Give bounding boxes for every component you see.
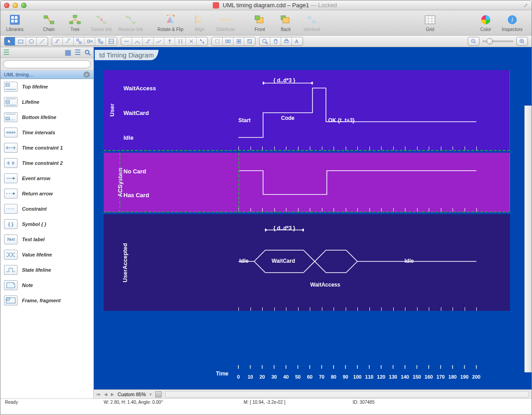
connector-tools-group: [52, 37, 117, 46]
front-button[interactable]: Front: [250, 13, 270, 32]
diagram-canvas[interactable]: td Timing Diagram User WaitAccess WaitCa…: [94, 47, 532, 389]
svg-marker-16: [170, 17, 174, 23]
fullscreen-icon[interactable]: ⤢: [523, 2, 528, 9]
close-window-button[interactable]: [4, 3, 9, 8]
magnifier-icon: [262, 38, 268, 44]
zoom-slider[interactable]: [482, 40, 514, 42]
distribute-button[interactable]: Distribute: [216, 13, 236, 32]
svg-line-72: [523, 42, 524, 44]
scroll-thumb-h[interactable]: [155, 391, 162, 397]
svg-point-41: [91, 40, 92, 42]
zoom-window-button[interactable]: [21, 3, 26, 8]
shape-bottom-lifeline[interactable]: Bottom lifeline: [0, 110, 93, 125]
back-button[interactable]: Back: [276, 13, 296, 32]
shape-lifeline[interactable]: Lifeline: [0, 94, 93, 110]
page-nav-first[interactable]: ⏮: [97, 392, 101, 397]
scroll-track-h[interactable]: [165, 391, 529, 397]
tree-button[interactable]: Tree: [65, 13, 85, 32]
connector-3[interactable]: [74, 37, 84, 45]
pointer-tool[interactable]: [4, 37, 15, 45]
shape-list: Top lifeline Lifeline Bottom lifeline Ti…: [0, 79, 93, 398]
svg-rect-6: [50, 21, 54, 24]
snap-1[interactable]: [212, 37, 223, 45]
zoom-tool[interactable]: [259, 37, 270, 45]
shape-top-lifeline[interactable]: Top lifeline: [0, 79, 93, 94]
arrow-2[interactable]: [132, 37, 143, 45]
shape-state-lifeline[interactable]: State lifeline: [0, 262, 93, 278]
rotate-flip-button[interactable]: Rotate & Flip: [158, 13, 184, 32]
libraries-button[interactable]: Libraries: [5, 13, 25, 32]
arrow-7[interactable]: [186, 37, 197, 45]
lifeline-user[interactable]: User WaitAccess WaitCard Idle { d..d*3 }…: [104, 70, 510, 151]
zoom-dropdown-icon[interactable]: ▾: [149, 392, 152, 397]
search-input[interactable]: [3, 60, 91, 68]
search-toggle-icon[interactable]: [84, 49, 91, 56]
view-tools-group: A: [259, 37, 303, 46]
shape-event-arrow[interactable]: Event arrow: [0, 171, 93, 186]
print-tool[interactable]: [281, 37, 292, 45]
snap-3[interactable]: [233, 37, 244, 45]
align-button[interactable]: Align: [190, 13, 210, 32]
chain-button[interactable]: Chain: [39, 13, 59, 32]
arrow-8[interactable]: [197, 37, 207, 45]
arrow-3[interactable]: [143, 37, 154, 45]
page-nav-next[interactable]: ▶: [111, 392, 114, 397]
line-tool[interactable]: [37, 37, 48, 45]
connector-2[interactable]: [63, 37, 74, 45]
svg-rect-25: [255, 16, 259, 20]
grid-view-icon[interactable]: ▦: [65, 49, 71, 56]
shape-time-intervals[interactable]: Time intervals: [0, 125, 93, 140]
library-title-bar[interactable]: UML timing… ×: [0, 71, 93, 79]
connector-5[interactable]: [95, 37, 106, 45]
rect-icon: [18, 38, 24, 44]
page-nav-prev[interactable]: ◀: [104, 392, 107, 397]
grid-button[interactable]: Grid: [420, 13, 440, 32]
zoom-in-icon: [519, 38, 525, 44]
rect-tool[interactable]: [15, 37, 26, 45]
shape-text-label[interactable]: TextText label: [0, 232, 93, 247]
spell-tool[interactable]: A: [292, 37, 303, 45]
lifeline-useraccepted[interactable]: UserAccepted { d..d*3 } Idle WaitCard Wa…: [104, 214, 510, 311]
arrow-4[interactable]: [154, 37, 164, 45]
identical-button[interactable]: Identical: [302, 13, 322, 32]
outline-view-icon[interactable]: ☰: [3, 49, 9, 56]
shape-frame[interactable]: Frame, fragment: [0, 293, 93, 308]
snap-2[interactable]: [223, 37, 233, 45]
delete-link-button[interactable]: Delete link: [91, 13, 112, 32]
svg-rect-12: [126, 16, 129, 18]
zoom-label[interactable]: Custom 85%: [118, 392, 146, 397]
snap-tools-group: [211, 37, 255, 46]
inspectors-button[interactable]: i Inspectors: [502, 13, 523, 32]
shape-note[interactable]: Note: [0, 278, 93, 293]
arrow-1[interactable]: [121, 37, 132, 45]
reverse-link-icon: [125, 15, 136, 25]
reverse-link-button[interactable]: Reverse link: [119, 13, 143, 32]
shape-time-constraint-2[interactable]: Time constraint 2: [0, 155, 93, 171]
vertical-scrollbar[interactable]: [524, 106, 532, 372]
lifeline-acsystem[interactable]: ACSystem No Card Has Card: [104, 153, 510, 212]
connector-6[interactable]: [106, 37, 117, 45]
slider-thumb[interactable]: [487, 38, 493, 44]
snap-4[interactable]: [244, 37, 255, 45]
list-view-icon[interactable]: ☰: [75, 49, 81, 56]
shape-return-arrow[interactable]: Return arrow: [0, 186, 93, 201]
zoom-in-button[interactable]: [517, 37, 528, 45]
close-library-icon[interactable]: ×: [84, 71, 90, 78]
shape-constraint[interactable]: Constraint: [0, 201, 93, 216]
color-button[interactable]: Color: [476, 13, 496, 32]
arrow-6[interactable]: [175, 37, 186, 45]
shape-value-lifeline[interactable]: Value lifeline: [0, 247, 93, 262]
zoom-out-button[interactable]: [468, 37, 479, 45]
minimize-window-button[interactable]: [13, 3, 18, 8]
arrow-5[interactable]: [164, 37, 175, 45]
shape-time-constraint-1[interactable]: Time constraint 1: [0, 140, 93, 155]
ellipse-icon: [28, 38, 35, 44]
diagram-title-tab: td Timing Diagram: [95, 50, 158, 60]
shape-symbol[interactable]: { }Symbol { }: [0, 216, 93, 232]
connector-1[interactable]: [52, 37, 63, 45]
ellipse-tool[interactable]: [26, 37, 37, 45]
svg-rect-38: [79, 42, 81, 44]
pan-tool[interactable]: [270, 37, 281, 45]
svg-rect-3: [11, 20, 14, 22]
connector-4[interactable]: [84, 37, 95, 45]
